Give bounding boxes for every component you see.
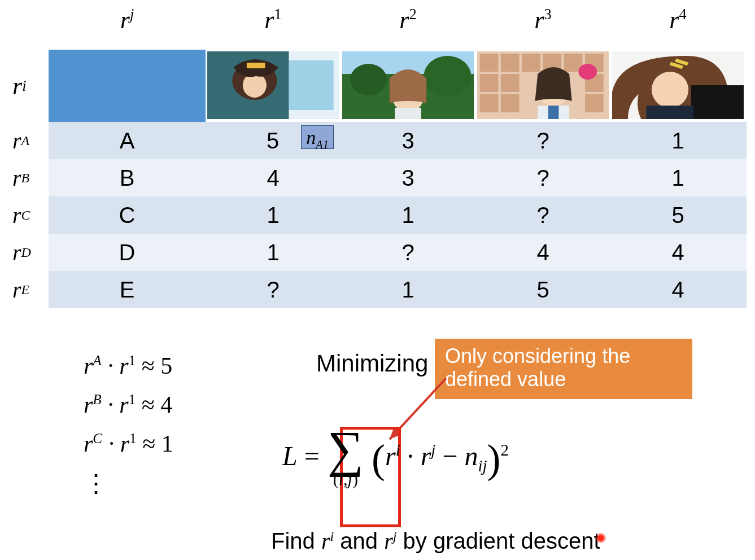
value-cell: 1: [610, 159, 745, 196]
value-cell: ?: [475, 122, 610, 159]
row-label: rB: [12, 159, 49, 196]
minimizing-label: Minimizing: [316, 350, 428, 377]
table-row: rD D 1 ? 4 4: [12, 234, 747, 271]
svg-rect-22: [480, 94, 499, 112]
svg-rect-1: [289, 60, 333, 110]
svg-rect-20: [501, 74, 520, 92]
header-r3: r3: [475, 6, 610, 50]
value-cell-A1: 5 nA1: [206, 122, 341, 159]
value-cell: 1: [341, 196, 475, 234]
approx-list: rA · r1 ≈ 5 rB · r1 ≈ 4 rC · r1 ≈ 1 ⋮: [84, 348, 173, 505]
value-cell: 4: [475, 234, 610, 271]
svg-point-25: [578, 64, 597, 80]
value-cell: 5: [475, 271, 610, 308]
value-cell: 1: [610, 122, 745, 159]
thumbnail-row: ri: [12, 50, 747, 122]
user-cell: A: [49, 122, 206, 159]
svg-point-9: [424, 56, 471, 97]
user-cell: C: [49, 196, 206, 234]
table-row: rA A 5 nA1 3 ? 1: [12, 122, 747, 159]
corner-blue-cell: [49, 50, 206, 122]
item-thumb-1: [206, 50, 341, 122]
svg-rect-31: [691, 85, 744, 119]
item-thumb-4: [610, 50, 745, 122]
svg-rect-24: [585, 94, 604, 112]
value-cell: 1: [341, 271, 475, 308]
value-cell: 4: [206, 159, 341, 196]
find-line: Find ri and rj by gradient descent: [271, 528, 600, 554]
item-thumb-3: [475, 50, 610, 122]
svg-rect-11: [395, 108, 421, 119]
value-cell: 4: [610, 234, 745, 271]
row-label: rD: [12, 234, 49, 271]
value-cell: 1: [206, 196, 341, 234]
svg-rect-32: [647, 106, 694, 119]
header-r4: r4: [610, 6, 745, 50]
table-row: rB B 4 3 ? 1: [12, 159, 747, 196]
svg-rect-19: [480, 74, 499, 92]
slide-root: rj r1 r2 r3 r4 ri: [0, 0, 755, 560]
row-label: rC: [12, 196, 49, 234]
value-cell: 3: [341, 122, 475, 159]
svg-point-30: [652, 72, 688, 108]
value-cell: ?: [475, 159, 610, 196]
header-r2: r2: [341, 6, 475, 50]
header-rj: rj: [49, 6, 206, 50]
callout-box: Only considering the defined value: [435, 339, 692, 399]
value-cell: ?: [475, 196, 610, 234]
ratings-table: rj r1 r2 r3 r4 ri: [12, 6, 747, 308]
value-cell: 3: [341, 159, 475, 196]
user-cell: D: [49, 234, 206, 271]
value-cell: ?: [206, 271, 341, 308]
value-cell: 1: [206, 234, 341, 271]
svg-point-8: [350, 64, 387, 95]
header-r1: r1: [206, 6, 341, 50]
row-label: rA: [12, 122, 49, 159]
column-header-row: rj r1 r2 r3 r4: [12, 6, 747, 50]
svg-rect-14: [501, 54, 520, 72]
svg-rect-28: [548, 106, 559, 119]
loss-equation: L = ∑ (i,j) (ri · rj − nij)2: [282, 429, 509, 489]
approx-row: rC · r1 ≈ 1: [84, 426, 173, 462]
svg-rect-5: [247, 63, 265, 68]
table-row: rE E ? 1 5 4: [12, 271, 747, 308]
item-thumb-2: [341, 50, 475, 122]
svg-rect-15: [522, 54, 540, 72]
svg-rect-13: [480, 54, 499, 72]
vertical-dots-icon: ⋮: [84, 465, 173, 503]
svg-rect-23: [501, 94, 520, 112]
n-label-box: nA1: [301, 125, 334, 149]
table-row: rC C 1 1 ? 5: [12, 196, 747, 234]
approx-row: rB · r1 ≈ 4: [84, 387, 173, 423]
value-cell: 4: [610, 271, 745, 308]
approx-row: rA · r1 ≈ 5: [84, 348, 173, 384]
value-cell: ?: [341, 234, 475, 271]
row-label: rE: [12, 271, 49, 308]
value-cell: 5: [610, 196, 745, 234]
header-ri: ri: [12, 50, 49, 122]
user-cell: E: [49, 271, 206, 308]
user-cell: B: [49, 159, 206, 196]
